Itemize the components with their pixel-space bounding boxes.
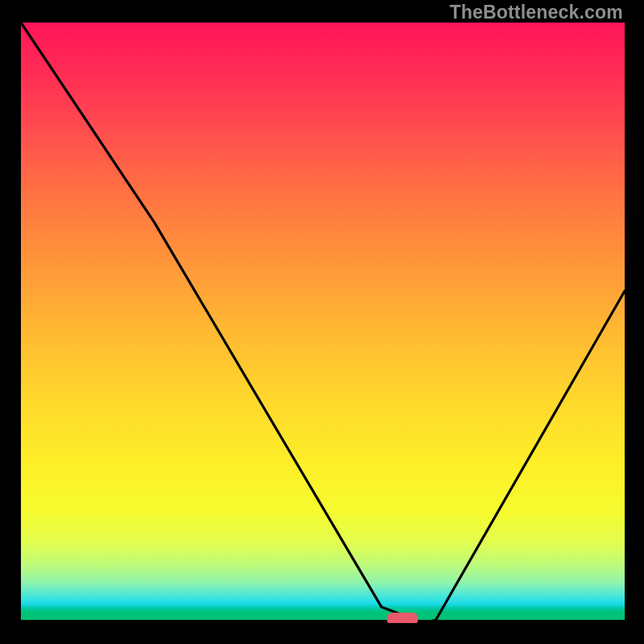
optimal-point-marker: [387, 613, 419, 623]
plot-area: [21, 23, 625, 623]
chart-container: TheBottleneck.com: [0, 0, 644, 644]
bottleneck-curve: [21, 23, 625, 623]
attribution-label: TheBottleneck.com: [449, 2, 623, 23]
